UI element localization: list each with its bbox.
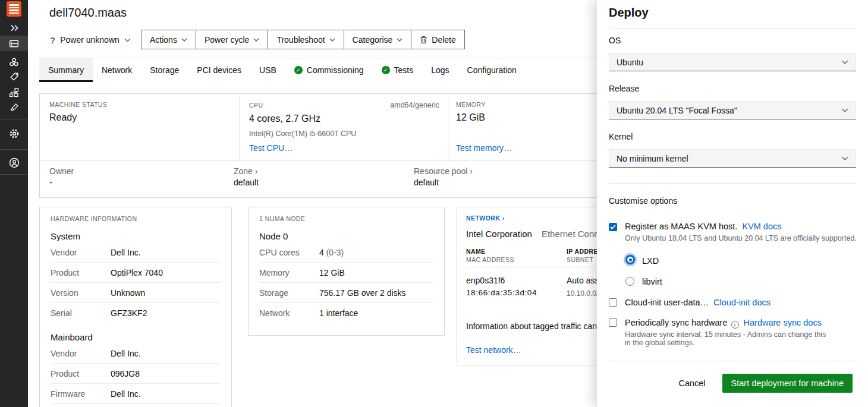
chevron-down-icon: [124, 38, 131, 42]
table-row: FirmwareDell Inc.: [51, 384, 221, 404]
tab-label: Summary: [48, 65, 84, 75]
cpu-cell: CPU amd64/generic 4 cores, 2.7 GHz Intel…: [240, 94, 449, 160]
interface-title: Intel CorporationEthernet Connec: [466, 229, 608, 239]
maas-logo-icon[interactable]: [7, 1, 21, 17]
kvm-host-help: Only Ubuntu 18.04 LTS and Ubuntu 20.04 L…: [625, 234, 857, 242]
row-label: Product: [51, 268, 111, 277]
power-cycle-button[interactable]: Power cycle: [196, 30, 268, 49]
lxd-radio-label[interactable]: LXD: [642, 256, 659, 266]
hardware-sync-docs-link[interactable]: Hardware sync docs: [744, 318, 822, 327]
categorise-button[interactable]: Categorise: [344, 30, 412, 49]
zone-link[interactable]: Zone ›: [234, 166, 257, 176]
cloud-init-row: Cloud-init user-data… Cloud-init docs: [625, 298, 770, 307]
test-cpu-link[interactable]: Test CPU…: [249, 143, 293, 153]
tab-storage[interactable]: Storage: [141, 58, 188, 82]
row-label: Vendor: [51, 349, 111, 358]
tab-pci-devices[interactable]: PCI devices: [188, 58, 250, 82]
table-row: VendorDell Inc.: [51, 242, 221, 263]
machine-status-cell: MACHINE STATUS Ready: [40, 94, 240, 160]
table-divider: [466, 267, 603, 267]
release-select[interactable]: Ubuntu 20.04 LTS "Focal Fossa": [609, 101, 856, 119]
interface-vendor: Intel Corporation: [466, 229, 532, 239]
sidebar-item-settings[interactable]: [0, 126, 28, 141]
interface-row-ip: Auto assi 10.10.0.0/: [567, 276, 601, 298]
os-select[interactable]: Ubuntu: [609, 53, 856, 71]
delete-button[interactable]: Delete: [411, 30, 464, 49]
libvirt-radio-label[interactable]: libvirt: [642, 277, 662, 286]
tab-logs[interactable]: Logs: [422, 58, 458, 82]
actions-button-label: Actions: [150, 35, 177, 45]
network-card-link[interactable]: NETWORK ›: [466, 214, 505, 222]
libvirt-radio[interactable]: [625, 277, 634, 286]
tab-label: Storage: [150, 65, 179, 75]
name-mac-column-header: NAME MAC ADDRESS: [466, 248, 514, 263]
tab-label: USB: [259, 65, 276, 75]
troubleshoot-button[interactable]: Troubleshoot: [268, 30, 344, 49]
test-network-link[interactable]: Test network…: [466, 345, 521, 355]
row-label: Vendor: [51, 248, 111, 257]
categorise-button-label: Categorise: [353, 35, 393, 45]
kvm-host-label: Register as MAAS KVM host.: [625, 222, 737, 231]
cloud-init-checkbox[interactable]: [609, 298, 617, 307]
tab-label: Commissioning: [307, 65, 364, 75]
sidebar-item-kvm[interactable]: [0, 54, 28, 70]
kvm-docs-link[interactable]: KVM docs: [742, 222, 781, 231]
table-row: Network1 interface: [259, 303, 433, 323]
cloud-init-docs-link[interactable]: Cloud-init docs: [713, 298, 770, 307]
tab-commissioning[interactable]: ✓Commissioning: [285, 58, 373, 82]
power-status-label: Power unknown: [60, 35, 119, 45]
sidebar-item-subnets[interactable]: [0, 84, 28, 100]
actions-button[interactable]: Actions: [141, 30, 196, 49]
row-label: Storage: [259, 288, 319, 298]
success-check-icon: ✓: [294, 66, 303, 74]
power-status-dropdown[interactable]: ? Power unknown: [50, 30, 131, 49]
cpu-model: Intel(R) Core(TM) i5-6600T CPU: [249, 130, 439, 138]
network-card: NETWORK › Intel CorporationEthernet Conn…: [457, 207, 612, 365]
cpu-arch: amd64/generic: [390, 101, 439, 109]
interface-ip: Auto assi: [567, 276, 601, 285]
tab-tests[interactable]: ✓Tests: [373, 58, 423, 82]
chevron-down-icon: [841, 108, 848, 112]
kvm-host-row: Register as MAAS KVM host. KVM docs: [625, 222, 782, 231]
mainboard-heading: Mainboard: [51, 332, 221, 342]
sidebar-item-controllers[interactable]: [0, 100, 28, 115]
tab-summary[interactable]: Summary: [39, 58, 93, 82]
owner-cell: Owner -: [40, 166, 234, 198]
sidebar-divider: [0, 119, 28, 119]
deploy-panel: Deploy OS Ubuntu Release Ubuntu 20.04 LT…: [597, 0, 868, 407]
system-heading: System: [51, 231, 221, 241]
divider: [609, 361, 856, 361]
kvm-host-checkbox[interactable]: [609, 223, 617, 231]
table-row: VersionUnknown: [51, 283, 221, 303]
start-deployment-button[interactable]: Start deployment for machine: [722, 374, 853, 393]
tab-label: Network: [102, 65, 132, 75]
table-row: Product096JG8: [51, 364, 221, 384]
row-value: Dell Inc.: [111, 349, 141, 358]
subnets-icon: [9, 87, 19, 97]
resource-pool-link[interactable]: Resource pool ›: [414, 166, 473, 176]
chevron-down-icon: [841, 60, 848, 64]
sidebar-item-user[interactable]: [0, 155, 28, 171]
machine-summary-card: MACHINE STATUS Ready CPU amd64/generic 4…: [39, 93, 666, 198]
kvm-pods-icon: [9, 57, 19, 67]
table-row: Storage756.17 GB over 2 disks: [259, 283, 433, 303]
sidebar-item-tags[interactable]: [0, 69, 28, 84]
tab-configuration[interactable]: Configuration: [458, 58, 526, 82]
tab-label: PCI devices: [197, 65, 241, 75]
hardware-information-card: HARDWARE INFORMATION System VendorDell I…: [39, 207, 232, 407]
tab-usb[interactable]: USB: [250, 58, 285, 82]
cancel-button[interactable]: Cancel: [678, 378, 705, 388]
row-value: 4: [319, 248, 324, 257]
hardware-sync-row: Periodically sync hardware i Hardware sy…: [625, 318, 822, 329]
test-memory-link[interactable]: Test memory…: [456, 143, 512, 153]
machine-tabs: Summary Network Storage PCI devices USB …: [39, 58, 526, 82]
sidebar-item-machines[interactable]: [0, 36, 28, 51]
kernel-select[interactable]: No minimum kernel: [609, 149, 856, 168]
maas-machine-page: dell7040.maas ? Power unknown Actions Po…: [0, 0, 868, 407]
tab-network[interactable]: Network: [93, 58, 141, 82]
sidebar-expand-button[interactable]: [0, 20, 28, 36]
hardware-sync-checkbox[interactable]: [609, 318, 617, 327]
row-label: Memory: [259, 268, 319, 277]
lxd-radio[interactable]: [625, 255, 635, 264]
machines-icon: [9, 39, 19, 49]
